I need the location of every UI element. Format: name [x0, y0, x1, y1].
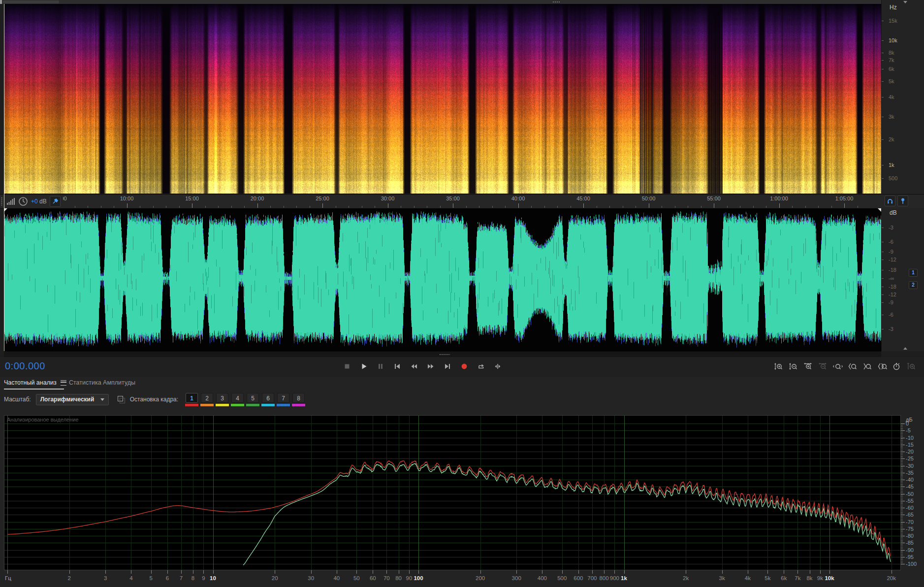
plot-y-tick	[901, 449, 903, 449]
selection-end-handle[interactable]	[878, 208, 881, 212]
plot-x-label: 20k	[887, 575, 896, 581]
plot-y-tick	[901, 537, 903, 538]
plot-x-tick	[624, 570, 625, 574]
plot-x-tick	[604, 570, 605, 574]
zoom-in-vertical-button[interactable]	[773, 361, 784, 372]
frequency-scale-tick	[882, 60, 884, 61]
ruler-time-label: 55:00	[707, 196, 721, 201]
frame-hold-button[interactable]: 4	[231, 393, 244, 403]
frame-hold-7[interactable]: 7	[277, 393, 290, 406]
plot-x-label: 100	[414, 575, 423, 581]
zoom-in-vertical-alt-button[interactable]	[906, 361, 917, 372]
panel-drag-handle[interactable]	[0, 0, 2, 4]
fast-forward-button[interactable]	[425, 361, 436, 372]
rewind-button[interactable]	[409, 361, 419, 372]
play-button[interactable]	[358, 361, 369, 372]
skip-to-start-button[interactable]	[392, 361, 403, 372]
frame-hold-1[interactable]: 1	[185, 393, 198, 406]
ruler-tick	[623, 206, 623, 208]
plot-x-label: 600	[574, 575, 583, 581]
plot-y-tick	[901, 505, 903, 505]
amplitude-scale-label: -18	[889, 267, 896, 273]
channel-1-badge[interactable]: 1	[909, 269, 918, 277]
skip-selection-button[interactable]	[492, 361, 503, 372]
plot-y-tick	[901, 484, 903, 485]
levels-icon[interactable]	[6, 197, 15, 205]
frequency-analysis-plot[interactable]	[4, 415, 901, 570]
plot-x-tick	[356, 570, 357, 574]
frame-hold-4[interactable]: 4	[231, 393, 244, 406]
plot-y-tick	[901, 460, 903, 460]
frame-hold-8[interactable]: 8	[292, 393, 305, 406]
frequency-scale-tick	[882, 21, 884, 21]
frame-hold-6[interactable]: 6	[261, 393, 275, 406]
tab-amplitude-statistics[interactable]: Статистика Амплитуды	[69, 379, 135, 386]
zoom-in-horizontal-button[interactable]	[803, 361, 814, 372]
zoom-out-point-button[interactable]	[862, 361, 873, 372]
stop-button[interactable]	[342, 361, 352, 372]
skip-to-end-button[interactable]	[442, 361, 453, 372]
timeline-ruler[interactable]: 5:0010:0015:0020:0025:0030:0035:0040:004…	[63, 195, 881, 208]
plot-y-tick	[901, 455, 903, 455]
amplitude-scale-tick	[882, 302, 884, 303]
frequency-scale[interactable]: Hz 15k10k8k7k6k5k4k3k2k1k500	[881, 0, 924, 194]
scale-dropdown[interactable]: Логарифмический	[36, 394, 109, 405]
time-display[interactable]: 0:00.000	[5, 360, 45, 372]
frame-hold-button[interactable]: 2	[201, 393, 213, 403]
frame-hold-3[interactable]: 3	[216, 393, 229, 406]
frame-hold-5[interactable]: 5	[246, 393, 259, 406]
zoom-in-point-button[interactable]	[847, 361, 858, 372]
plot-x-tick	[686, 570, 686, 574]
zoom-reset-button[interactable]	[832, 361, 843, 372]
chevron-up-icon[interactable]	[903, 347, 907, 350]
waveform-display[interactable]	[4, 208, 881, 351]
plot-x-label: 80	[395, 575, 402, 581]
spectrogram-display[interactable]	[4, 4, 881, 194]
channel-2-badge[interactable]: 2	[909, 281, 918, 289]
plot-y-tick	[901, 492, 903, 493]
timer-button[interactable]	[892, 361, 902, 372]
frequency-scale-label: 8k	[889, 50, 894, 56]
plot-y-label: -30	[906, 463, 914, 469]
panel-menu-icon[interactable]	[61, 380, 66, 386]
plot-y-tick	[901, 477, 903, 477]
zoom-out-vertical-button[interactable]	[788, 361, 799, 372]
clock-icon[interactable]	[18, 196, 28, 206]
plot-x-tick	[409, 570, 410, 574]
frame-hold-2[interactable]: 2	[200, 393, 214, 406]
monitor-toggle-button[interactable]	[885, 196, 895, 206]
snap-toggle-button[interactable]	[50, 196, 61, 207]
loop-playback-button[interactable]	[476, 361, 486, 372]
marker-pin-button[interactable]	[897, 196, 908, 206]
panel-tab-stub[interactable]	[3, 0, 59, 3]
plot-x-label: 3	[104, 575, 107, 581]
frame-hold-button[interactable]: 6	[262, 393, 274, 403]
frame-hold-button[interactable]: 1	[186, 393, 198, 403]
amplitude-scale[interactable]: dB -3-6-9-12-18-∞-18-12-9-6-312	[881, 208, 924, 351]
plot-y-label: -20	[906, 449, 914, 455]
tab-frequency-analysis[interactable]: Частотный анализ	[4, 379, 66, 386]
chevron-down-icon[interactable]	[903, 1, 907, 3]
frame-hold-button[interactable]: 7	[277, 393, 289, 403]
frame-hold-button[interactable]: 5	[247, 393, 259, 403]
selection-start-handle[interactable]	[4, 208, 7, 212]
plot-y-tick	[901, 473, 905, 473]
scrollbar-grip[interactable]	[439, 354, 450, 356]
plot-y-tick	[901, 461, 903, 462]
zoom-out-horizontal-button[interactable]	[818, 361, 828, 372]
pause-button[interactable]	[375, 361, 386, 372]
panel-splitter-grip[interactable]	[552, 1, 560, 3]
record-button[interactable]	[459, 361, 470, 372]
gain-readout[interactable]: +0 dB	[31, 198, 47, 205]
plot-x-label: 7k	[795, 575, 800, 581]
playhead[interactable]	[4, 4, 4, 351]
frame-hold-button[interactable]: 3	[216, 393, 228, 403]
amplitude-scale-label: -6	[889, 239, 893, 245]
plot-y-tick	[901, 429, 903, 429]
chevron-down-icon	[100, 398, 104, 401]
frame-color-bar	[292, 404, 305, 406]
frame-copy-icon[interactable]	[118, 396, 125, 403]
zoom-selection-button[interactable]	[877, 361, 888, 372]
toolbar-grip[interactable]	[1, 197, 3, 206]
frame-hold-button[interactable]: 8	[292, 393, 305, 403]
